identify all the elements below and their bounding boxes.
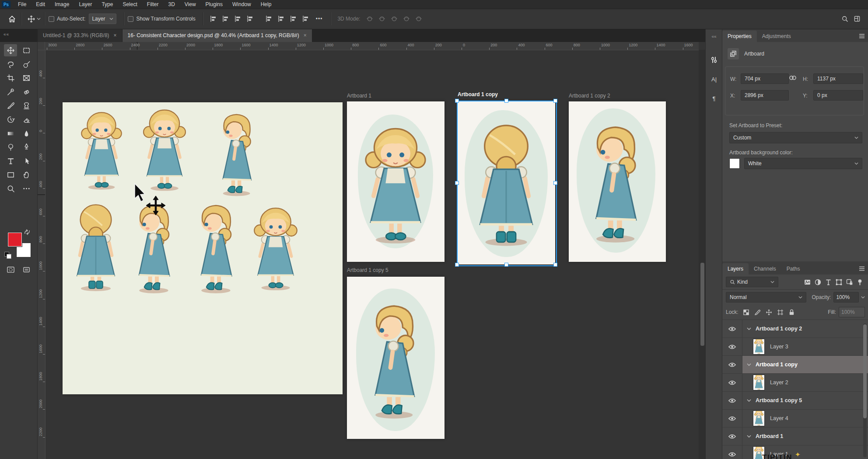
filter-smart-objects-icon[interactable] xyxy=(844,277,854,287)
chevron-down-icon[interactable] xyxy=(37,17,41,20)
edit-toolbar-button[interactable] xyxy=(20,182,33,195)
height-field[interactable]: 1137 px xyxy=(813,73,863,84)
clone-stamp-tool[interactable] xyxy=(20,99,33,111)
object-selection-tool[interactable] xyxy=(20,58,33,70)
layer-thumbnail[interactable] xyxy=(753,410,765,426)
align-top-icon[interactable] xyxy=(245,14,255,24)
filter-adjustment-layers-icon[interactable] xyxy=(812,277,823,287)
layers-scrollbar-thumb[interactable] xyxy=(863,324,867,418)
visibility-eye-icon[interactable] xyxy=(722,320,742,337)
tab-adjustments[interactable]: Adjustments xyxy=(757,31,796,42)
panel-menu-icon[interactable] xyxy=(859,265,865,273)
align-center-horizontal-icon[interactable] xyxy=(220,14,230,24)
selection-handle[interactable] xyxy=(553,99,557,103)
align-left-icon[interactable] xyxy=(208,14,218,24)
lock-all-icon[interactable] xyxy=(788,308,796,316)
selection-handle[interactable] xyxy=(455,263,459,267)
collapsed-character-panel-icon[interactable]: A| xyxy=(706,73,722,86)
menu-plugins[interactable]: Plugins xyxy=(201,0,228,9)
filter-shape-layers-icon[interactable] xyxy=(833,277,844,287)
menu-window[interactable]: Window xyxy=(228,0,256,9)
pen-tool[interactable] xyxy=(20,141,33,153)
filter-type-layers-icon[interactable] xyxy=(823,277,833,287)
layer-filter-toggle-icon[interactable] xyxy=(854,277,865,287)
chevron-down-icon[interactable] xyxy=(747,363,752,366)
brush-tool[interactable] xyxy=(4,99,17,111)
distribute-center-icon[interactable] xyxy=(276,14,286,24)
show-transform-checkbox[interactable] xyxy=(128,16,133,22)
distribute-left-icon[interactable] xyxy=(264,14,273,24)
collapsed-paragraph-panel-icon[interactable]: ¶ xyxy=(706,92,722,105)
artboard-background-swatch[interactable] xyxy=(729,158,740,169)
auto-select-checkbox[interactable] xyxy=(49,16,54,22)
tab-properties[interactable]: Properties xyxy=(722,31,757,42)
foreground-color-swatch[interactable] xyxy=(8,233,22,247)
ruler-origin-corner[interactable] xyxy=(38,42,45,50)
lock-position-icon[interactable] xyxy=(765,308,774,316)
hand-tool[interactable] xyxy=(20,168,33,181)
preset-dropdown[interactable]: Custom xyxy=(729,132,862,143)
selection-handle[interactable] xyxy=(504,263,508,267)
distribute-vertical-icon[interactable] xyxy=(301,14,310,24)
layer-filter-dropdown[interactable]: Kind xyxy=(726,277,778,287)
x-field[interactable]: 2896 px xyxy=(741,90,789,101)
layer-row[interactable]: Layer 2 xyxy=(722,374,868,392)
chevron-down-icon[interactable] xyxy=(747,327,752,330)
type-tool[interactable] xyxy=(4,155,17,167)
chevron-down-icon[interactable] xyxy=(747,435,752,438)
y-field[interactable]: 0 px xyxy=(813,90,863,101)
screen-mode-button[interactable] xyxy=(20,263,33,275)
opacity-field[interactable]: 100% xyxy=(833,292,859,303)
document-tab-untitled[interactable]: Untitled-1 @ 33.3% (RGB/8) × xyxy=(38,29,122,42)
path-selection-tool[interactable] xyxy=(20,155,33,167)
opacity-chevron-icon[interactable] xyxy=(861,296,865,299)
link-dimensions-icon[interactable] xyxy=(789,75,797,81)
artboard-label[interactable]: Artboard 1 xyxy=(347,93,371,99)
dodge-tool[interactable] xyxy=(4,141,17,153)
visibility-eye-icon[interactable] xyxy=(722,338,742,355)
layer-group-row[interactable]: Artboard 1 copy xyxy=(722,356,868,374)
collapse-toolbar-icon[interactable]: «« xyxy=(4,32,9,37)
healing-brush-tool[interactable] xyxy=(20,86,33,98)
menu-file[interactable]: File xyxy=(13,0,31,9)
align-right-icon[interactable] xyxy=(233,14,242,24)
home-icon[interactable] xyxy=(6,13,18,24)
lock-artboard-icon[interactable] xyxy=(776,308,785,316)
visibility-eye-icon[interactable] xyxy=(722,410,742,427)
menu-view[interactable]: View xyxy=(180,0,201,9)
swap-colors-icon[interactable] xyxy=(24,229,31,235)
filter-pixel-layers-icon[interactable] xyxy=(802,277,812,287)
collapsed-properties-panel-icon[interactable] xyxy=(706,53,722,66)
menu-type[interactable]: Type xyxy=(97,0,118,9)
layer-row[interactable]: Layer 3 xyxy=(722,338,868,356)
lock-pixels-icon[interactable] xyxy=(753,308,762,316)
eraser-tool[interactable] xyxy=(20,113,33,125)
selection-handle[interactable] xyxy=(553,181,557,185)
rectangle-tool[interactable] xyxy=(4,168,17,181)
canvas-scrollbar[interactable] xyxy=(699,50,705,459)
selection-handle[interactable] xyxy=(504,99,508,103)
width-field[interactable]: 704 px xyxy=(741,73,789,84)
layer-group-row[interactable]: Artboard 1 copy 5 xyxy=(722,392,868,410)
eyedropper-tool[interactable] xyxy=(4,86,17,98)
artboard-background-dropdown[interactable]: White xyxy=(744,158,862,169)
history-brush-tool[interactable] xyxy=(4,113,17,125)
selection-handle[interactable] xyxy=(455,99,459,103)
menu-select[interactable]: Select xyxy=(118,0,142,9)
distribute-right-icon[interactable] xyxy=(288,14,298,24)
tab-layers[interactable]: Layers xyxy=(722,263,749,275)
collapse-dock-icon[interactable]: «« xyxy=(706,30,722,43)
close-icon[interactable]: × xyxy=(114,32,117,38)
search-icon[interactable] xyxy=(840,14,850,24)
visibility-eye-icon[interactable] xyxy=(722,428,742,445)
canvas-scrollbar-thumb[interactable] xyxy=(700,262,705,346)
menu-3d[interactable]: 3D xyxy=(163,0,179,9)
artboard-label[interactable]: Artboard 1 copy 2 xyxy=(569,93,610,99)
visibility-eye-icon[interactable] xyxy=(722,356,742,373)
close-icon[interactable]: × xyxy=(304,32,307,38)
menu-filter[interactable]: Filter xyxy=(142,0,164,9)
layer-thumbnail[interactable] xyxy=(753,375,765,390)
layer-row[interactable]: Layer 4 xyxy=(722,410,868,428)
lasso-tool[interactable] xyxy=(4,58,17,70)
move-tool[interactable] xyxy=(4,44,17,56)
